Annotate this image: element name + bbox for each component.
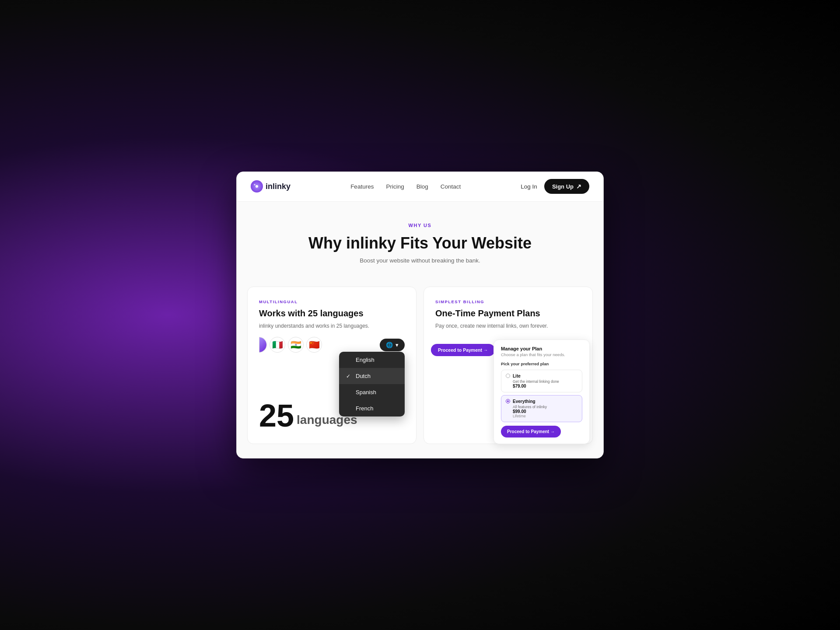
- plan-manager-title: Manage your Plan: [501, 346, 582, 351]
- dropdown-label-dutch: Dutch: [356, 373, 371, 379]
- language-number: 25: [259, 400, 294, 431]
- plan-manager-card: Manage your Plan Choose a plan that fits…: [494, 340, 590, 444]
- dropdown-label-french: French: [356, 405, 373, 412]
- plan-everything[interactable]: Everything All features of inlinky $99.0…: [501, 395, 582, 422]
- dropdown-item-english[interactable]: English: [339, 352, 405, 368]
- plan-manager-widget: Manage your Plan Choose a plan that fits…: [494, 340, 585, 444]
- language-dropdown[interactable]: English ✓ Dutch Spanish French: [339, 352, 405, 416]
- cards-section: MULTILINGUAL Works with 25 languages inl…: [237, 278, 603, 458]
- plan-lite-info: Lite Get the internal linking done $79.0…: [513, 374, 578, 388]
- signup-label: Sign Up: [552, 183, 574, 190]
- proceed-payment-button-2[interactable]: Proceed to Payment →: [501, 426, 561, 438]
- plan-manager-subtitle: Choose a plan that fits your needs.: [501, 352, 582, 357]
- billing-card: SIMPLEST BILLING One-Time Payment Plans …: [424, 287, 593, 444]
- multilingual-card: MULTILINGUAL Works with 25 languages inl…: [247, 287, 416, 444]
- plan-lite-radio[interactable]: [506, 374, 510, 378]
- globe-chevron-icon: ▾: [396, 342, 399, 348]
- proceed-label-1: Proceed to Payment →: [438, 347, 488, 353]
- billing-title: One-Time Payment Plans: [435, 308, 581, 318]
- multilingual-desc: inlinky understands and works in 25 lang…: [259, 322, 405, 330]
- why-us-label: WHY US: [251, 223, 589, 228]
- dropdown-label-english: English: [356, 357, 374, 363]
- dropdown-label-spanish: Spanish: [356, 389, 376, 396]
- svg-point-1: [254, 184, 256, 186]
- check-icon-dutch: ✓: [346, 373, 352, 379]
- nav-features[interactable]: Features: [350, 183, 374, 190]
- logo-icon: [251, 180, 263, 192]
- nav-contact[interactable]: Contact: [441, 183, 461, 190]
- billing-badge: SIMPLEST BILLING: [435, 299, 581, 304]
- pick-plan-label: Pick your preferred plan: [501, 361, 582, 366]
- nav-actions: Log In Sign Up ↗: [521, 179, 589, 194]
- hero-title: Why inlinky Fits Your Website: [251, 234, 589, 252]
- globe-language-button[interactable]: 🌐 ▾: [380, 339, 405, 351]
- plan-lite-header: Lite: [513, 374, 578, 378]
- plan-everything-info: Everything All features of inlinky $99.0…: [513, 399, 578, 418]
- logo[interactable]: inlinky: [251, 180, 290, 192]
- dropdown-item-dutch[interactable]: ✓ Dutch: [339, 368, 405, 384]
- plan-everything-lifetime: Lifetime: [513, 414, 578, 418]
- plan-lite-name: Lite: [513, 374, 521, 378]
- navbar: inlinky Features Pricing Blog Contact Lo…: [237, 172, 603, 202]
- plan-everything-price: $99.00: [513, 409, 578, 414]
- plan-lite-tag: Get the internal linking done: [513, 379, 578, 384]
- plan-everything-name: Everything: [513, 399, 536, 404]
- nav-blog[interactable]: Blog: [416, 183, 428, 190]
- browser-window: inlinky Features Pricing Blog Contact Lo…: [236, 172, 604, 458]
- plan-everything-content: Everything All features of inlinky $99.0…: [506, 399, 578, 418]
- globe-icon: 🌐: [386, 342, 393, 348]
- nav-links: Features Pricing Blog Contact: [350, 183, 461, 190]
- plan-lite-content: Lite Get the internal linking done $79.0…: [506, 374, 578, 388]
- proceed-label-2: Proceed to Payment →: [507, 429, 555, 434]
- flag-china: 🇨🇳: [306, 337, 322, 353]
- svg-point-0: [256, 185, 258, 188]
- hero-subtitle: Boost your website without breaking the …: [251, 257, 589, 264]
- plan-lite-price: $79.00: [513, 384, 578, 388]
- proceed-btn-row: Proceed to Payment →: [501, 426, 582, 438]
- dropdown-item-french[interactable]: French: [339, 400, 405, 416]
- multilingual-title: Works with 25 languages: [259, 308, 405, 318]
- login-button[interactable]: Log In: [521, 183, 537, 190]
- plan-everything-tag: All features of inlinky: [513, 405, 578, 409]
- dropdown-item-spanish[interactable]: Spanish: [339, 384, 405, 400]
- flags-row: 🇮🇹 🇮🇳 🇨🇳 🌐 ▾: [259, 337, 405, 353]
- logo-text: inlinky: [266, 182, 290, 191]
- flag-partial: [259, 337, 267, 353]
- flag-india: 🇮🇳: [288, 337, 304, 353]
- proceed-payment-button-1[interactable]: Proceed to Payment →: [431, 344, 495, 356]
- plan-everything-radio[interactable]: [506, 399, 510, 403]
- signup-button[interactable]: Sign Up ↗: [544, 179, 589, 194]
- hero-section: WHY US Why inlinky Fits Your Website Boo…: [237, 202, 603, 278]
- plan-everything-header: Everything: [513, 399, 578, 404]
- plan-lite[interactable]: Lite Get the internal linking done $79.0…: [501, 370, 582, 392]
- multilingual-badge: MULTILINGUAL: [259, 299, 405, 304]
- billing-desc: Pay once, create new internal links, own…: [435, 322, 581, 330]
- flag-italy: 🇮🇹: [270, 337, 285, 353]
- signup-arrow-icon: ↗: [576, 183, 581, 190]
- nav-pricing[interactable]: Pricing: [386, 183, 404, 190]
